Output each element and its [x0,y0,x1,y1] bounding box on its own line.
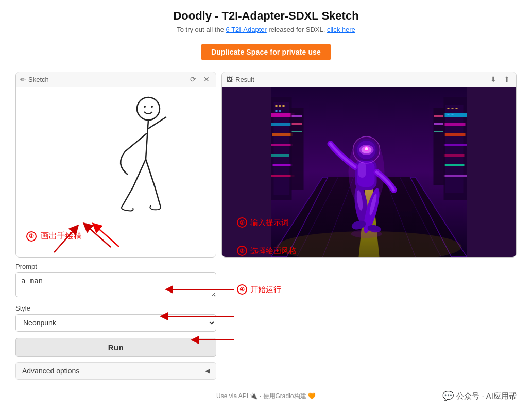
watermark-text: 公众号 · AI应用帮 [456,391,517,401]
svg-rect-19 [271,154,289,157]
advanced-options-toggle[interactable]: Advanced options ◀ [16,363,216,379]
svg-rect-46 [434,115,443,117]
svg-rect-34 [444,123,466,126]
svg-rect-16 [271,123,291,126]
duplicate-space-button[interactable]: Duplicate Space for private use [201,44,331,60]
svg-rect-37 [444,154,465,157]
annotation-2: ② 输入提示词 [237,217,289,228]
svg-rect-36 [444,144,467,146]
svg-line-4 [147,117,166,129]
svg-rect-45 [434,108,445,185]
sketch-canvas[interactable]: ① 画出手绘稿 [16,87,216,257]
subtitle-prefix: To try out all the [177,26,226,33]
svg-line-6 [133,159,146,187]
wechat-icon: 💬 [442,390,454,402]
svg-point-1 [144,106,146,108]
svg-rect-23 [279,105,281,107]
footer-api-icon: 🔌 [250,392,259,400]
annotation-2-text: 输入提示词 [250,218,289,228]
right-panel: 🖼 Result ⬇ ⬆ [221,72,517,258]
page-header: Doodly - T2I-Adapter-SDXL Sketch To try … [0,0,532,39]
sketch-header-left: ✏ Sketch [20,76,49,83]
svg-rect-30 [292,131,302,132]
svg-line-3 [146,120,148,159]
svg-rect-18 [271,144,293,146]
stick-figure [99,92,182,231]
svg-point-0 [137,97,160,120]
prompt-label: Prompt [15,263,216,270]
svg-rect-47 [434,123,443,125]
result-label: Result [235,76,254,83]
svg-rect-44 [452,114,454,115]
svg-rect-42 [456,108,458,109]
svg-point-2 [151,106,153,108]
svg-rect-48 [434,131,443,132]
annotation-4-text: 开始运行 [250,285,281,295]
svg-line-8 [146,159,155,187]
result-header: 🖼 Result ⬇ ⬆ [222,72,516,87]
svg-rect-25 [276,110,278,112]
footer-separator: · [260,392,261,400]
svg-rect-24 [283,105,285,107]
svg-rect-41 [452,108,454,109]
svg-point-72 [365,147,368,150]
result-header-right: ⬇ ⬆ [488,74,512,84]
annotation-1-text: 画出手绘稿 [41,231,82,242]
sketch-header: ✏ Sketch ⟳ ✕ [16,72,216,87]
share-button[interactable]: ⬆ [502,74,512,84]
annotation-3: ③ 选择绘画风格 [237,246,297,256]
style-select[interactable]: Neonpunk Realistic Anime 3D Watercolor [15,314,216,332]
svg-rect-38 [445,164,465,166]
sketch-label: Sketch [28,76,49,83]
footer-gradio-text: 使用Gradio构建 [263,392,306,400]
svg-rect-17 [272,133,293,136]
sketch-refresh-button[interactable]: ⟳ [188,74,198,84]
svg-rect-27 [291,108,304,190]
annotation-4: ④ 开始运行 [237,284,281,295]
svg-rect-35 [445,133,466,136]
svg-rect-22 [276,105,278,107]
footer-gradio-icon: 🧡 [308,392,316,400]
prompt-input[interactable]: a man [15,272,216,297]
sketch-header-right: ⟳ ✕ [188,74,212,84]
result-box: 🖼 Result ⬇ ⬆ [221,72,517,258]
svg-rect-32 [445,105,464,193]
svg-rect-39 [444,175,467,177]
annotation-3-number: ③ [237,246,247,256]
click-here-link[interactable]: click here [327,26,355,33]
left-panel: ✏ Sketch ⟳ ✕ [15,72,216,380]
result-header-left: 🖼 Result [226,76,254,83]
sketch-box: ✏ Sketch ⟳ ✕ [15,72,216,258]
svg-point-76 [351,230,382,238]
svg-line-7 [123,187,133,205]
subtitle-mid: released for SDXL, [268,26,327,33]
neonpunk-scene-svg [222,87,516,257]
advanced-options-label: Advanced options [22,367,79,375]
svg-rect-26 [279,110,281,112]
svg-rect-29 [292,123,302,125]
svg-line-9 [155,187,160,205]
svg-rect-28 [292,115,302,117]
svg-rect-43 [448,114,450,115]
form-section: Prompt a man Style Neonpunk Realistic An… [15,263,216,380]
result-image-area [222,87,516,257]
t2i-adapter-link[interactable]: 6 T2I-Adapter [226,26,267,33]
pencil-icon: ✏ [20,76,26,83]
image-icon: 🖼 [226,76,233,83]
run-button[interactable]: Run [15,338,216,357]
svg-rect-66 [358,162,366,178]
svg-rect-20 [273,164,293,166]
style-label: Style [15,304,216,312]
annotation-4-number: ④ [237,284,247,295]
duplicate-btn-row: Duplicate Space for private use [0,39,532,66]
sketch-close-button[interactable]: ✕ [201,74,212,84]
svg-line-5 [125,133,147,151]
watermark: 💬 公众号 · AI应用帮 [442,390,517,402]
advanced-options-section: Advanced options ◀ [15,362,216,380]
page-title: Doodly - T2I-Adapter-SDXL Sketch [0,9,532,23]
svg-rect-33 [444,113,467,117]
annotation-2-number: ② [237,217,247,228]
svg-rect-40 [448,108,450,109]
page-subtitle: To try out all the 6 T2I-Adapter release… [0,26,532,33]
download-button[interactable]: ⬇ [488,74,499,84]
